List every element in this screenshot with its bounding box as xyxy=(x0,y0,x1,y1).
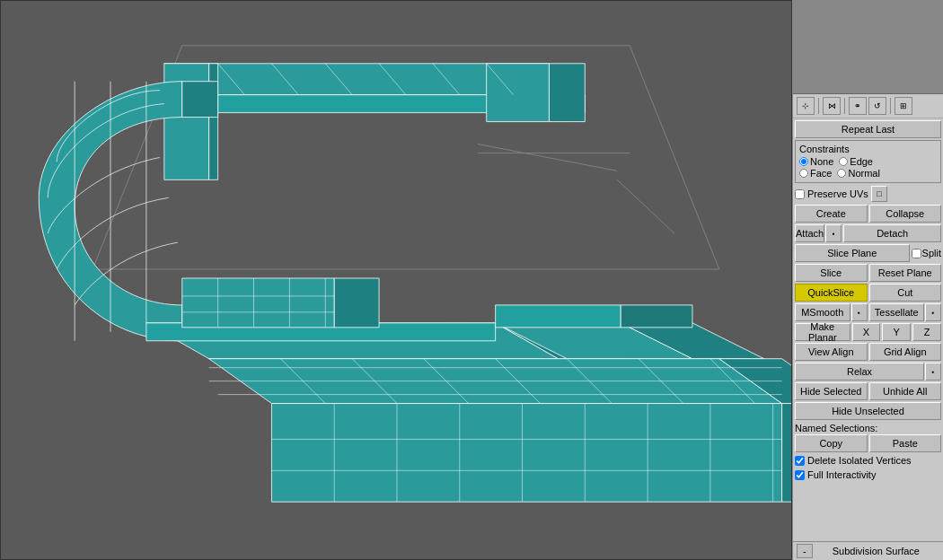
z-button[interactable]: Z xyxy=(912,323,941,341)
split-checkbox[interactable] xyxy=(912,249,921,258)
refresh-icon[interactable]: ↺ xyxy=(868,97,886,115)
split-label: Split xyxy=(922,248,941,258)
svg-marker-20 xyxy=(549,64,585,122)
svg-marker-62 xyxy=(334,278,379,328)
minus-button[interactable]: - xyxy=(797,544,813,558)
radio-normal-label[interactable]: Normal xyxy=(837,168,879,179)
grid-icon[interactable]: ⊞ xyxy=(895,97,912,115)
radio-face-text: Face xyxy=(810,168,832,179)
viewport[interactable] xyxy=(0,0,792,560)
constraints-box: Constraints None Edge Face xyxy=(795,140,941,183)
separator-1 xyxy=(818,98,819,114)
sliceplane-split-row: Slice Plane Split xyxy=(795,244,941,262)
quickslice-cut-row: QuickSlice Cut xyxy=(795,284,941,302)
preserve-uvs-label: Preserve UVs xyxy=(807,188,868,199)
paste-button[interactable]: Paste xyxy=(869,434,942,452)
reset-plane-button[interactable]: Reset Plane xyxy=(869,264,942,282)
preserve-uvs-btn[interactable]: □ xyxy=(871,186,887,202)
separator-3 xyxy=(890,98,891,114)
pointer-icon[interactable]: ⊹ xyxy=(797,97,815,115)
svg-marker-61 xyxy=(182,278,334,328)
relax-square-btn[interactable]: ▪ xyxy=(925,363,941,381)
radio-none-label[interactable]: None xyxy=(799,156,833,167)
repeat-last-button[interactable]: Repeat Last xyxy=(795,120,941,138)
hide-unhide-row: Hide Selected Unhide All xyxy=(795,382,941,400)
radio-edge[interactable] xyxy=(839,157,848,166)
hide-unselected-button[interactable]: Hide Unselected xyxy=(795,402,941,420)
full-interactivity-row: Full Interactivity xyxy=(795,468,941,481)
hide-selected-button[interactable]: Hide Selected xyxy=(795,382,868,400)
svg-marker-17 xyxy=(164,64,209,180)
cut-button[interactable]: Cut xyxy=(869,284,942,302)
preview-area xyxy=(793,0,943,94)
right-panel: ⊹ ⋈ ⚭ ↺ ⊞ Repeat Last Constraints None xyxy=(792,0,943,560)
relax-button[interactable]: Relax xyxy=(795,363,924,381)
view-align-button[interactable]: View Align xyxy=(795,343,868,361)
radio-face[interactable] xyxy=(799,169,808,178)
delete-isolated-row: Delete Isolated Vertices xyxy=(795,454,941,467)
slice-plane-button[interactable]: Slice Plane xyxy=(795,244,910,262)
preserve-uvs-checkbox[interactable] xyxy=(795,189,805,199)
copy-paste-row: Copy Paste xyxy=(795,434,941,452)
delete-isolated-checkbox[interactable] xyxy=(795,456,805,466)
svg-marker-19 xyxy=(487,64,550,122)
radio-face-label[interactable]: Face xyxy=(799,168,832,179)
tessellate-button[interactable]: Tessellate xyxy=(869,303,925,321)
relax-row: Relax ▪ xyxy=(795,363,941,381)
named-selections-label: Named Selections: xyxy=(795,423,941,433)
y-button[interactable]: Y xyxy=(882,323,911,341)
make-planar-button[interactable]: Make Planar xyxy=(795,323,850,341)
bottom-bar: - Subdivision Surface xyxy=(793,541,943,560)
grid-align-button[interactable]: Grid Align xyxy=(869,343,942,361)
attach-square-btn[interactable]: ▪ xyxy=(825,224,842,242)
fork-icon[interactable]: ⋈ xyxy=(823,97,841,115)
msmooth-tessellate-row: MSmooth ▪ Tessellate ▪ xyxy=(795,303,941,321)
radio-edge-label[interactable]: Edge xyxy=(839,156,873,167)
full-interactivity-checkbox[interactable] xyxy=(795,470,805,480)
radio-none[interactable] xyxy=(799,157,808,166)
delete-isolated-label: Delete Isolated Vertices xyxy=(807,455,912,466)
radio-normal-text: Normal xyxy=(848,168,879,179)
copy-button[interactable]: Copy xyxy=(795,434,868,452)
attach-button[interactable]: Attach xyxy=(795,224,824,242)
x-button[interactable]: X xyxy=(852,323,881,341)
full-interactivity-label: Full Interactivity xyxy=(807,469,876,480)
svg-marker-60 xyxy=(621,305,692,328)
preserve-uvs-row: Preserve UVs □ xyxy=(795,185,941,203)
makeplanar-xyz-row: Make Planar X Y Z xyxy=(795,323,941,341)
svg-marker-48 xyxy=(782,404,791,503)
panel-content: Repeat Last Constraints None Edge xyxy=(793,118,943,541)
attach-detach-row: Attach ▪ Detach xyxy=(795,224,941,242)
unhide-all-button[interactable]: Unhide All xyxy=(869,382,942,400)
toolbar-icons: ⊹ ⋈ ⚭ ↺ ⊞ xyxy=(793,94,943,118)
svg-marker-59 xyxy=(496,305,621,328)
msmooth-button[interactable]: MSmooth xyxy=(795,303,850,321)
constraints-row-2: Face Normal xyxy=(799,168,937,179)
detach-button[interactable]: Detach xyxy=(843,224,941,242)
tessellate-square-btn[interactable]: ▪ xyxy=(925,303,941,321)
svg-marker-18 xyxy=(209,64,218,180)
radio-normal[interactable] xyxy=(837,169,846,178)
separator-2 xyxy=(844,98,845,114)
collapse-button[interactable]: Collapse xyxy=(869,205,942,223)
create-button[interactable]: Create xyxy=(795,205,868,223)
radio-edge-text: Edge xyxy=(850,156,873,167)
radio-none-text: None xyxy=(810,156,833,167)
svg-marker-47 xyxy=(271,404,781,503)
slice-button[interactable]: Slice xyxy=(795,264,868,282)
link-icon[interactable]: ⚭ xyxy=(849,97,867,115)
constraints-row-1: None Edge xyxy=(799,156,937,167)
create-collapse-row: Create Collapse xyxy=(795,205,941,223)
subdivision-surface-label: Subdivision Surface xyxy=(813,546,939,556)
slice-resetplane-row: Slice Reset Plane xyxy=(795,264,941,282)
constraints-label: Constraints xyxy=(799,144,937,154)
quick-slice-button[interactable]: QuickSlice xyxy=(795,284,868,302)
viewalign-gridalign-row: View Align Grid Align xyxy=(795,343,941,361)
msmooth-square-btn[interactable]: ▪ xyxy=(851,303,868,321)
